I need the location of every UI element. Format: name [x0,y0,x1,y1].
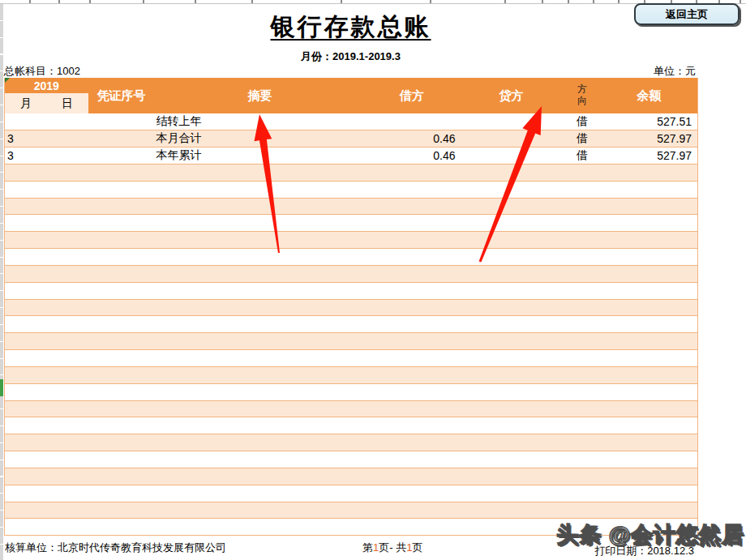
cell-debit[interactable] [366,198,459,215]
cell-day[interactable] [47,215,88,232]
cell-month[interactable] [5,333,47,350]
cell-balance[interactable] [601,350,698,367]
cell-month[interactable] [5,282,47,299]
cell-debit[interactable] [366,502,459,519]
cell-month[interactable] [5,502,47,519]
cell-direction[interactable] [564,164,601,181]
cell-summary[interactable] [155,198,366,215]
cell-balance[interactable] [601,434,698,451]
cell-summary[interactable] [155,434,366,451]
cell-direction[interactable] [564,282,601,299]
cell-summary[interactable] [155,366,366,383]
cell-direction[interactable] [564,198,601,215]
cell-summary[interactable]: 本月合计 [155,130,366,147]
cell-direction[interactable] [564,366,601,383]
cell-debit[interactable] [366,366,459,383]
column-header-day[interactable]: 日 [47,93,88,113]
cell-credit[interactable] [459,502,564,519]
cell-debit[interactable] [366,519,459,536]
cell-debit[interactable] [366,451,459,468]
cell-voucher[interactable] [88,383,155,400]
cell-summary[interactable] [155,265,366,282]
cell-debit[interactable] [366,265,459,282]
cell-balance[interactable] [601,485,698,502]
cell-voucher[interactable] [88,130,155,147]
cell-direction[interactable] [564,417,601,434]
cell-month[interactable]: 3 [5,147,47,165]
cell-day[interactable] [47,316,88,333]
cell-direction[interactable] [564,316,601,333]
cell-credit[interactable] [459,232,564,249]
cell-credit[interactable] [459,519,564,536]
cell-direction[interactable] [564,468,601,485]
cell-summary[interactable] [155,400,366,417]
cell-day[interactable] [47,282,88,299]
cell-balance[interactable] [601,249,698,266]
cell-month[interactable] [5,400,47,417]
cell-direction[interactable] [564,485,601,502]
cell-debit[interactable] [366,417,459,434]
cell-credit[interactable] [459,333,564,350]
cell-debit[interactable] [366,181,459,198]
cell-direction[interactable] [564,299,601,316]
column-header-credit[interactable]: 贷方 [459,78,564,113]
cell-balance[interactable] [601,451,698,468]
cell-debit[interactable]: 0.46 [366,147,459,165]
cell-day[interactable] [47,502,88,519]
column-header-direction[interactable]: 方向 [564,78,601,113]
cell-debit[interactable] [366,468,459,485]
cell-credit[interactable] [459,400,564,417]
cell-voucher[interactable] [88,316,155,333]
cell-summary[interactable] [155,350,366,367]
column-header-voucher[interactable]: 凭证序号 [88,78,155,113]
cell-voucher[interactable] [88,502,155,519]
cell-balance[interactable] [601,215,698,232]
cell-credit[interactable] [459,130,564,147]
cell-direction[interactable] [564,232,601,249]
cell-voucher[interactable] [88,451,155,468]
cell-credit[interactable] [459,299,564,316]
cell-credit[interactable] [459,147,564,165]
cell-voucher[interactable] [88,485,155,502]
cell-debit[interactable] [366,249,459,266]
cell-month[interactable] [5,519,47,536]
cell-credit[interactable] [459,468,564,485]
cell-debit[interactable] [366,164,459,181]
cell-month[interactable] [5,417,47,434]
cell-balance[interactable] [601,366,698,383]
cell-direction[interactable]: 借 [564,113,601,130]
cell-month[interactable] [5,468,47,485]
cell-month[interactable] [5,249,47,266]
cell-day[interactable] [47,249,88,266]
cell-summary[interactable] [155,519,366,536]
cell-day[interactable] [47,164,88,181]
cell-balance[interactable] [601,164,698,181]
cell-month[interactable] [5,215,47,232]
cell-voucher[interactable] [88,519,155,536]
cell-credit[interactable] [459,366,564,383]
cell-credit[interactable] [459,181,564,198]
cell-direction[interactable] [564,265,601,282]
cell-debit[interactable] [366,113,459,130]
cell-credit[interactable] [459,417,564,434]
cell-summary[interactable] [155,468,366,485]
cell-balance[interactable] [601,265,698,282]
column-header-summary[interactable]: 摘要 [155,78,366,113]
cell-month[interactable] [5,265,47,282]
cell-month[interactable] [5,113,47,130]
cell-month[interactable] [5,485,47,502]
cell-month[interactable]: 3 [5,130,47,147]
cell-day[interactable] [47,198,88,215]
cell-direction[interactable] [564,215,601,232]
cell-day[interactable] [47,147,88,165]
cell-voucher[interactable] [88,417,155,434]
cell-day[interactable] [47,366,88,383]
cell-debit[interactable] [366,215,459,232]
cell-voucher[interactable] [88,232,155,249]
cell-direction[interactable] [564,434,601,451]
year-header-cell[interactable]: 2019 [5,78,88,93]
cell-balance[interactable] [601,198,698,215]
cell-balance[interactable] [601,400,698,417]
column-header-balance[interactable]: 余额 [601,78,698,113]
cell-summary[interactable]: 结转上年 [155,113,366,130]
